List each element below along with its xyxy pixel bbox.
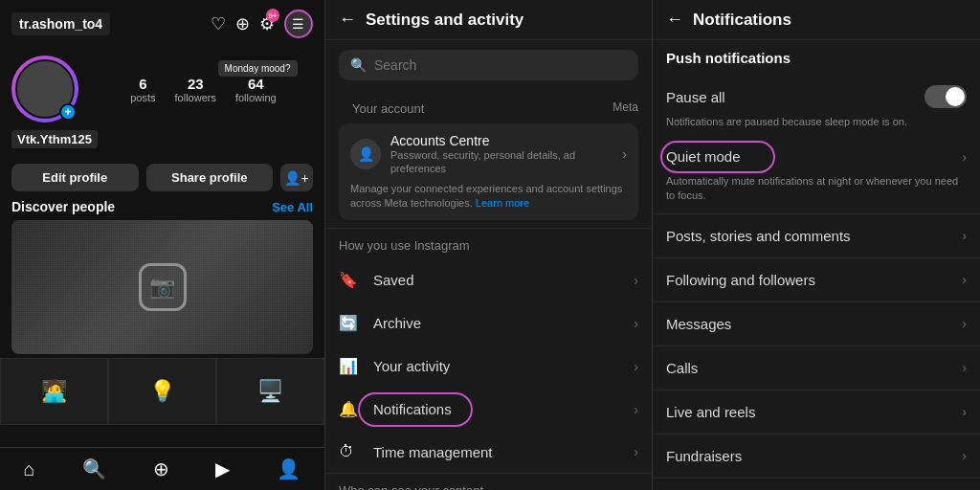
archive-label: Archive [373,315,634,331]
settings-title: Settings and activity [366,11,523,30]
avatar-plus-icon[interactable]: + [59,103,77,121]
nav-create-icon[interactable]: ⊕ [153,457,169,480]
accounts-centre-text: Accounts Centre Password, security, pers… [390,133,612,176]
calls-item[interactable]: Calls › [653,345,980,390]
notifications-back-button[interactable]: ← [666,10,683,30]
see-all-link[interactable]: See All [272,200,313,214]
share-profile-button[interactable]: Share profile [146,164,274,191]
archive-chevron: › [634,316,638,331]
messages-label: Messages [666,316,962,332]
profile-display-name: Vtk.Ythm125 [11,130,98,148]
accounts-centre-description: Manage your connected experiences and ac… [350,182,627,212]
fundraisers-item[interactable]: Fundraisers › [653,434,980,478]
activity-icon: 📊 [339,357,362,375]
notifications-item[interactable]: 🔔 Notifications › [325,388,652,431]
time-management-item[interactable]: ⏱ Time management › [325,431,652,473]
time-chevron: › [634,444,638,459]
quiet-mode-chevron: › [962,149,967,165]
time-icon: ⏱ [339,443,362,460]
notification-count: 9+ [266,9,279,22]
search-box[interactable]: 🔍 [339,50,638,80]
profile-header: tr.ashom_to4 Monday mood? ♡ ⊕ ⚙ 9+ ☰ [0,0,324,48]
posts-stories-item[interactable]: Posts, stories and comments › [653,213,980,257]
quiet-mode-label: Quiet mode [666,148,962,165]
quiet-mode-description: Automatically mute notifications at nigh… [653,174,980,213]
profile-stats-section: + 6 posts 23 followers 64 following Vtk.… [0,48,324,156]
settings-back-button[interactable]: ← [339,10,356,30]
avatar-stats-row: + 6 posts 23 followers 64 following [11,56,313,122]
followers-label: followers [175,92,216,103]
followers-count: 23 [188,76,204,92]
nav-profile-icon[interactable]: 👤 [277,457,301,480]
notifications-chevron: › [634,402,638,417]
pause-all-toggle[interactable] [924,85,967,108]
saved-chevron: › [634,273,638,288]
learn-more-link[interactable]: Learn more [476,197,529,209]
live-reels-item[interactable]: Live and reels › [653,390,980,434]
pause-description: Notifications are paused because sleep m… [666,116,967,133]
settings-panel: ← Settings and activity 🔍 Your account M… [325,0,653,490]
header-icons: ♡ ⊕ ⚙ 9+ ☰ [211,10,313,38]
sketch-icon-1: 🧑‍💻 [41,379,67,404]
settings-header: ← Settings and activity [325,0,652,40]
fundraisers-chevron: › [962,448,967,463]
following-followers-item[interactable]: Following and followers › [653,257,980,301]
archive-item[interactable]: 🔄 Archive › [325,301,652,345]
how-you-use-section-label: How you use Instagram [325,228,652,258]
messages-chevron: › [962,316,967,331]
thumbnail-row: 🧑‍💻 💡 🖥️ [0,358,324,447]
push-notifications-title: Push notifications [653,40,980,72]
add-friend-button[interactable]: 👤+ [280,164,313,191]
posts-count: 6 [139,76,146,92]
username: tr.ashom_to4 [11,12,110,35]
notification-icon[interactable]: ⚙ 9+ [259,13,275,34]
accounts-centre-row: 👤 Accounts Centre Password, security, pe… [350,133,627,176]
instagram-logo-center: 📷 [139,263,187,311]
thumbnail-2: 💡 [108,358,216,425]
sketch-icon-2: 💡 [149,379,175,404]
heart-icon[interactable]: ♡ [211,13,226,34]
time-label: Time management [373,444,634,460]
following-label: following [235,92,277,103]
stat-posts: 6 posts [130,76,155,103]
accounts-centre[interactable]: 👤 Accounts Centre Password, security, pe… [339,123,638,220]
notifications-header: ← Notifications [653,0,980,40]
from-instagram-item[interactable]: From Instagram › [653,478,980,490]
stat-followers: 23 followers [175,76,216,103]
notifications-label: Notifications [373,401,634,417]
meta-badge: Meta [612,100,638,114]
messages-item[interactable]: Messages › [653,301,980,345]
profile-bottom-nav: ⌂ 🔍 ⊕ ▶ 👤 [0,447,324,490]
stat-following: 64 following [235,76,277,103]
saved-label: Saved [373,272,634,288]
nav-home-icon[interactable]: ⌂ [23,458,34,480]
notifications-title: Notifications [693,11,791,30]
live-reels-label: Live and reels [666,404,962,420]
nav-search-icon[interactable]: 🔍 [82,457,106,480]
activity-label: Your activity [373,358,634,374]
calls-chevron: › [962,360,967,375]
accounts-centre-subtitle: Password, security, personal details, ad… [390,148,612,176]
saved-item[interactable]: 🔖 Saved › [325,258,652,301]
search-input[interactable] [374,57,627,73]
stats-wrap: 6 posts 23 followers 64 following [94,76,313,103]
menu-button[interactable]: ☰ [284,10,313,38]
who-can-see-section-label: Who can see your content [325,473,652,490]
accounts-centre-chevron: › [622,146,627,162]
saved-icon: 🔖 [339,271,362,289]
search-icon: 🔍 [350,57,367,73]
your-activity-item[interactable]: 📊 Your activity › [325,345,652,388]
add-circle-icon[interactable]: ⊕ [235,13,250,34]
push-notifications-section: Pause all Notifications are paused becau… [653,72,980,139]
quiet-mode-row[interactable]: Quiet mode › [653,139,980,174]
accounts-centre-icon: 👤 [350,139,381,169]
notifications-panel: ← Notifications Push notifications Pause… [653,0,980,490]
discover-header: Discover people See All [11,199,313,214]
activity-chevron: › [634,359,638,374]
edit-profile-button[interactable]: Edit profile [11,164,139,191]
pause-all-row: Pause all [666,78,967,116]
thumbnail-3: 🖥️ [216,358,324,425]
following-followers-chevron: › [962,272,967,287]
avatar: + [11,56,78,122]
nav-reels-icon[interactable]: ▶ [215,457,230,480]
